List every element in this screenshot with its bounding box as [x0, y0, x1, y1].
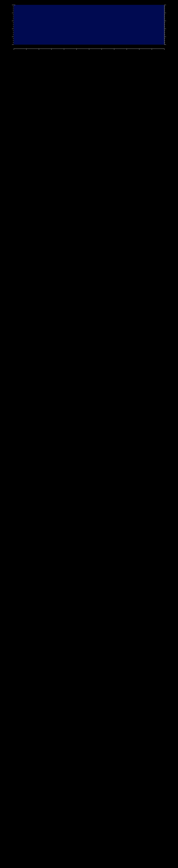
spectrogram-stack-page: { "figure": { "background": "#000000", "… — [0, 0, 178, 868]
spectrogram-heatmap — [14, 5, 164, 44]
spectrogram-panel-1 — [0, 0, 178, 59]
y-axis-title — [2, 5, 4, 45]
